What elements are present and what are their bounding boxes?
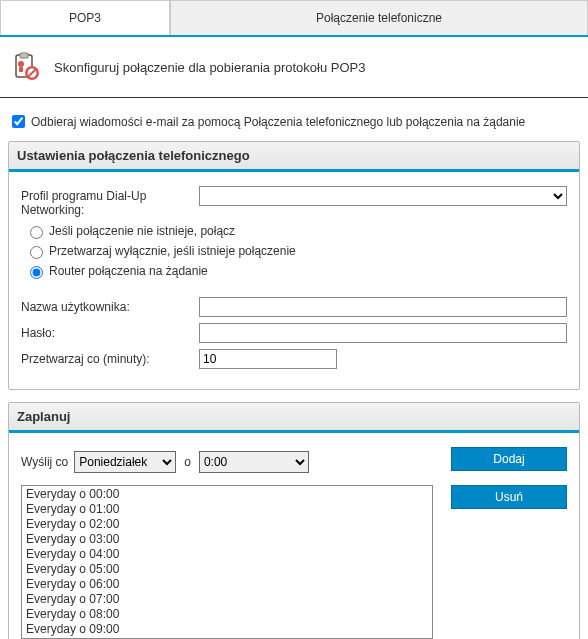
schedule-title: Zaplanuj <box>9 403 579 433</box>
profile-select[interactable] <box>199 186 567 206</box>
list-item[interactable]: Everyday o 06:00 <box>24 577 430 592</box>
tab-pop3[interactable]: POP3 <box>0 0 170 35</box>
receive-checkbox-row: Odbieraj wiadomości e-mail za pomocą Poł… <box>8 112 580 131</box>
clipboard-block-icon <box>10 51 42 83</box>
schedule-section: Zaplanuj Wyślij co Poniedziałek o 0:00 D… <box>8 402 580 639</box>
receive-checkbox-label: Odbieraj wiadomości e-mail za pomocą Poł… <box>31 115 525 129</box>
profile-label: Profil programu Dial-Up Networking: <box>21 186 199 217</box>
at-label: o <box>184 455 191 469</box>
list-item[interactable]: Everyday o 03:00 <box>24 532 430 547</box>
tab-dialup[interactable]: Połączenie telefoniczne <box>170 0 588 35</box>
list-item[interactable]: Everyday o 05:00 <box>24 562 430 577</box>
list-item[interactable]: Everyday o 08:00 <box>24 607 430 622</box>
radio-connect-if-none-label: Jeśli połączenie nie istnieje, połącz <box>49 224 235 238</box>
svg-rect-1 <box>20 53 28 58</box>
username-label: Nazwa użytkownika: <box>21 297 199 314</box>
password-input[interactable] <box>199 323 567 343</box>
tab-bar: POP3 Połączenie telefoniczne <box>0 0 588 37</box>
list-item[interactable]: Everyday o 01:00 <box>24 502 430 517</box>
dialup-settings-title: Ustawienia połączenia telefonicznego <box>9 142 579 172</box>
password-label: Hasło: <box>21 323 199 340</box>
add-button[interactable]: Dodaj <box>451 447 567 471</box>
receive-checkbox[interactable] <box>12 115 25 128</box>
radio-on-demand-router[interactable] <box>30 266 43 279</box>
interval-label: Przetwarzaj co (minuty): <box>21 349 199 366</box>
list-item[interactable]: Everyday o 02:00 <box>24 517 430 532</box>
schedule-listbox[interactable]: Everyday o 00:00 Everyday o 01:00 Everyd… <box>21 485 433 639</box>
delete-button[interactable]: Usuń <box>451 485 567 509</box>
radio-on-demand-router-label: Router połączenia na żądanie <box>49 264 208 278</box>
radio-connect-if-none[interactable] <box>30 226 43 239</box>
header-text: Skonfiguruj połączenie dla pobierania pr… <box>54 60 365 75</box>
dialup-settings-section: Ustawienia połączenia telefonicznego Pro… <box>8 141 580 390</box>
time-select[interactable]: 0:00 <box>199 451 309 473</box>
list-item[interactable]: Everyday o 04:00 <box>24 547 430 562</box>
send-every-label: Wyślij co <box>21 455 68 469</box>
username-input[interactable] <box>199 297 567 317</box>
list-item[interactable]: Everyday o 09:00 <box>24 622 430 637</box>
radio-only-if-connected-label: Przetwarzaj wyłącznie, jeśli istnieje po… <box>49 244 296 258</box>
list-item[interactable]: Everyday o 07:00 <box>24 592 430 607</box>
svg-rect-3 <box>19 67 23 72</box>
radio-only-if-connected[interactable] <box>30 246 43 259</box>
list-item[interactable]: Everyday o 00:00 <box>24 487 430 502</box>
day-select[interactable]: Poniedziałek <box>74 451 176 473</box>
header: Skonfiguruj połączenie dla pobierania pr… <box>0 37 588 98</box>
interval-input[interactable] <box>199 349 337 369</box>
svg-point-2 <box>18 61 24 67</box>
